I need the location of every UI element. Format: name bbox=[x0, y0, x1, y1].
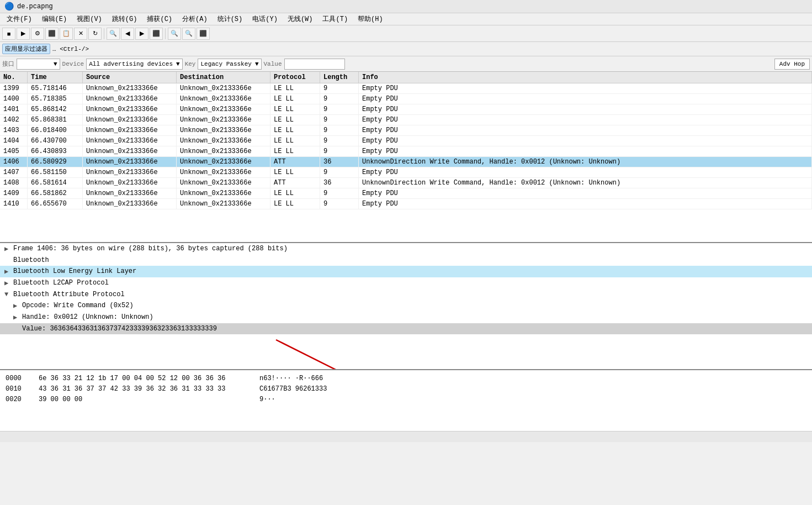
toolbar-btn-zoom-out[interactable]: 🔍 bbox=[182, 28, 195, 40]
packet-cell-3: Unknown_0x2133366e bbox=[177, 136, 270, 146]
packet-row[interactable]: 140566.430893Unknown_0x2133366eUnknown_0… bbox=[0, 146, 812, 157]
menu-item-8[interactable]: 无线(W) bbox=[283, 13, 317, 25]
packet-cell-4: LE LL bbox=[270, 94, 320, 104]
packet-row[interactable]: 140366.018400Unknown_0x2133366eUnknown_0… bbox=[0, 125, 812, 136]
packet-row[interactable]: 140966.581862Unknown_0x2133366eUnknown_0… bbox=[0, 188, 812, 199]
value-input[interactable] bbox=[287, 60, 342, 66]
packet-cell-0: 1409 bbox=[0, 188, 28, 198]
hex-row: 00006e 36 33 21 12 1b 17 00 04 00 52 12 … bbox=[6, 374, 806, 384]
packet-cell-0: 1404 bbox=[0, 136, 28, 146]
device-dropdown-icon[interactable]: ▼ bbox=[176, 61, 180, 67]
toolbar-btn-6[interactable]: ✕ bbox=[74, 28, 87, 40]
hex-row: 001043 36 31 36 37 37 42 33 39 36 32 36 … bbox=[6, 384, 806, 394]
detail-row[interactable]: ▶Bluetooth Low Energy Link Layer bbox=[0, 266, 812, 277]
packet-row[interactable]: 140666.580929Unknown_0x2133366eUnknown_0… bbox=[0, 157, 812, 167]
toolbar-sep-1 bbox=[104, 28, 104, 39]
packet-cell-5: 36 bbox=[320, 157, 359, 167]
packet-cell-5: 36 bbox=[320, 178, 359, 188]
packet-list[interactable]: No. Time Source Destination Protocol Len… bbox=[0, 72, 812, 243]
interface-dropdown-icon[interactable]: ▼ bbox=[54, 61, 57, 67]
menu-item-5[interactable]: 分析(A) bbox=[178, 13, 212, 25]
interface-select[interactable]: ▼ bbox=[17, 59, 60, 70]
packet-cell-6: Empty PDU bbox=[359, 125, 812, 135]
packet-cell-0: 1406 bbox=[0, 157, 28, 167]
toolbar-btn-1[interactable]: ■ bbox=[2, 28, 15, 40]
packet-cell-2: Unknown_0x2133366e bbox=[83, 83, 177, 93]
detail-row[interactable]: ▶Bluetooth L2CAP Protocol bbox=[0, 277, 812, 289]
packet-cell-0: 1407 bbox=[0, 167, 28, 177]
hex-rows-container: 00006e 36 33 21 12 1b 17 00 04 00 52 12 … bbox=[6, 374, 806, 406]
packet-cell-0: 1410 bbox=[0, 199, 28, 209]
packet-cell-4: LE LL bbox=[270, 167, 320, 177]
menu-item-6[interactable]: 统计(S) bbox=[213, 13, 247, 25]
detail-expand-icon: ▶ bbox=[4, 267, 11, 276]
col-header-dest: Destination bbox=[177, 72, 270, 83]
detail-text: Opcode: Write Command (0x52) bbox=[22, 302, 134, 309]
toolbar-btn-go[interactable]: ⬛ bbox=[150, 28, 163, 40]
detail-row[interactable]: ▶Opcode: Write Command (0x52) bbox=[0, 300, 812, 312]
interface-input[interactable] bbox=[19, 61, 52, 67]
packet-cell-0: 1403 bbox=[0, 125, 28, 135]
key-label: Key bbox=[185, 61, 196, 67]
packet-cell-5: 9 bbox=[320, 94, 359, 104]
key-select[interactable]: Legacy Passkey ▼ bbox=[198, 59, 261, 70]
menu-item-9[interactable]: 工具(T) bbox=[318, 13, 352, 25]
menu-item-2[interactable]: 视图(V) bbox=[72, 13, 107, 25]
menu-item-3[interactable]: 跳转(G) bbox=[108, 13, 142, 25]
packet-cell-0: 1400 bbox=[0, 94, 28, 104]
packet-cell-5: 9 bbox=[320, 136, 359, 146]
packet-row[interactable]: 140265.868381Unknown_0x2133366eUnknown_0… bbox=[0, 115, 812, 125]
col-header-no: No. bbox=[0, 72, 28, 83]
menu-item-7[interactable]: 电话(Y) bbox=[248, 13, 282, 25]
packet-row[interactable]: 139965.718146Unknown_0x2133366eUnknown_0… bbox=[0, 83, 812, 94]
toolbar-btn-back[interactable]: ◀ bbox=[121, 28, 134, 40]
packet-cell-2: Unknown_0x2133366e bbox=[83, 94, 177, 104]
adv-hop-box: Adv Hop bbox=[774, 59, 810, 70]
device-select[interactable]: All advertising devices ▼ bbox=[86, 59, 182, 70]
packet-row[interactable]: 140065.718385Unknown_0x2133366eUnknown_0… bbox=[0, 94, 812, 104]
toolbar-btn-zoom-fit[interactable]: ⬛ bbox=[197, 28, 210, 40]
detail-row[interactable]: ▶Handle: 0x0012 (Unknown: Unknown) bbox=[0, 312, 812, 323]
packet-row[interactable]: 141066.655670Unknown_0x2133366eUnknown_0… bbox=[0, 199, 812, 209]
toolbar-btn-7[interactable]: ↻ bbox=[88, 28, 102, 40]
packet-row[interactable]: 140165.868142Unknown_0x2133366eUnknown_0… bbox=[0, 104, 812, 115]
detail-expand-icon: ▼ bbox=[4, 291, 11, 298]
menu-item-0[interactable]: 文件(F) bbox=[2, 13, 36, 25]
packet-cell-3: Unknown_0x2133366e bbox=[177, 94, 270, 104]
detail-panel[interactable]: ▶Frame 1406: 36 bytes on wire (288 bits)… bbox=[0, 243, 812, 370]
packet-cell-5: 9 bbox=[320, 199, 359, 209]
packet-row[interactable]: 140466.430700Unknown_0x2133366eUnknown_0… bbox=[0, 136, 812, 146]
adv-hop-label: Adv Hop bbox=[779, 61, 805, 67]
col-header-info: Info bbox=[359, 72, 812, 83]
key-dropdown-icon[interactable]: ▼ bbox=[255, 61, 259, 67]
toolbar-btn-zoom-in[interactable]: 🔍 bbox=[168, 28, 181, 40]
value-input-field[interactable] bbox=[284, 59, 345, 70]
detail-row[interactable]: ▼Bluetooth Attribute Protocol bbox=[0, 289, 812, 300]
hex-offset: 0000 bbox=[6, 374, 28, 384]
detail-row[interactable]: Value: 363636433631363737423333936323363… bbox=[0, 323, 812, 334]
detail-row[interactable]: ▶Frame 1406: 36 bytes on wire (288 bits)… bbox=[0, 243, 812, 255]
packet-cell-6: Empty PDU bbox=[359, 104, 812, 114]
packet-cell-4: LE LL bbox=[270, 104, 320, 114]
packet-cell-2: Unknown_0x2133366e bbox=[83, 188, 177, 198]
detail-text: Bluetooth L2CAP Protocol bbox=[13, 279, 109, 287]
menu-item-10[interactable]: 帮助(H) bbox=[353, 13, 388, 25]
detail-row[interactable]: Bluetooth bbox=[0, 255, 812, 266]
toolbar-btn-3[interactable]: ⚙ bbox=[31, 28, 44, 40]
packet-row[interactable]: 140766.581150Unknown_0x2133366eUnknown_0… bbox=[0, 167, 812, 178]
menu-item-4[interactable]: 捕获(C) bbox=[142, 13, 177, 25]
toolbar-btn-4[interactable]: ⬛ bbox=[45, 28, 59, 40]
packet-cell-1: 66.430893 bbox=[28, 146, 83, 156]
hex-bytes: 6e 36 33 21 12 1b 17 00 04 00 52 12 00 3… bbox=[39, 374, 248, 384]
menu-item-1[interactable]: 编辑(E) bbox=[38, 13, 72, 25]
packet-cell-3: Unknown_0x2133366e bbox=[177, 115, 270, 125]
toolbar-btn-2[interactable]: ▶ bbox=[17, 28, 30, 40]
toolbar-btn-fwd[interactable]: ▶ bbox=[135, 28, 148, 40]
toolbar-btn-search[interactable]: 🔍 bbox=[107, 28, 120, 40]
packet-cell-4: LE LL bbox=[270, 136, 320, 146]
detail-text: Bluetooth bbox=[13, 256, 49, 264]
filter-shortcut: … <Ctrl-/> bbox=[52, 46, 89, 52]
hex-bytes: 39 00 00 00 bbox=[39, 394, 248, 405]
packet-row[interactable]: 140866.581614Unknown_0x2133366eUnknown_0… bbox=[0, 178, 812, 188]
toolbar-btn-5[interactable]: 📋 bbox=[60, 28, 73, 40]
